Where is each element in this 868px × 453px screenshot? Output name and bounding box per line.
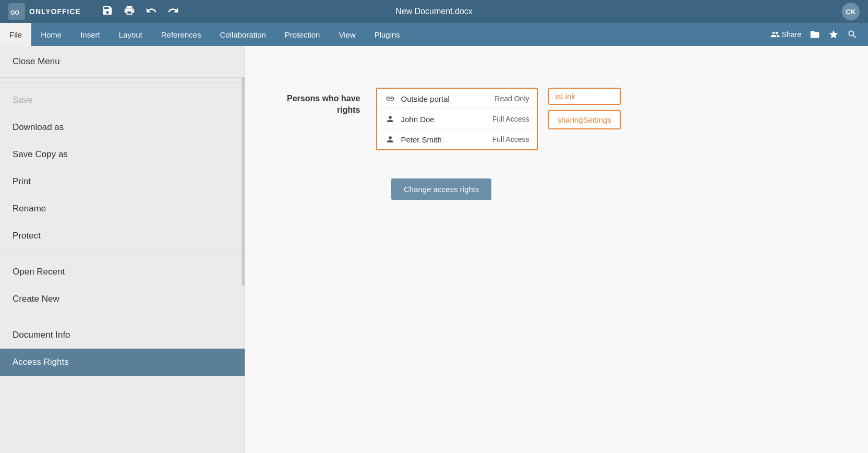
title-bar-actions — [102, 5, 179, 19]
menu-item-insert[interactable]: Insert — [71, 23, 110, 46]
divider-1 — [0, 82, 245, 82]
sharing-label: Persons who have rights — [287, 88, 360, 116]
star-icon — [828, 29, 839, 40]
menu-item-protection[interactable]: Protection — [275, 23, 330, 46]
sidebar-item-access-rights[interactable]: Access Rights — [0, 349, 245, 376]
svg-text:OO: OO — [10, 9, 20, 16]
search-icon — [847, 29, 858, 40]
sidebar-item-print[interactable]: Print — [0, 168, 245, 195]
title-bar-right: CK — [842, 3, 860, 20]
john-doe-name: John Doe — [401, 115, 477, 124]
menu-item-collaboration[interactable]: Collaboration — [210, 23, 275, 46]
sidebar-item-document-info[interactable]: Document Info — [0, 321, 245, 349]
peter-smith-avatar-icon — [384, 135, 396, 144]
john-doe-avatar-icon — [384, 114, 396, 124]
search-button[interactable] — [847, 29, 858, 40]
menu-item-home[interactable]: Home — [31, 23, 71, 46]
sharing-table-wrapper: Outside portal Read Only John Doe Full A… — [376, 88, 621, 150]
document-title: New Document.docx — [395, 7, 473, 16]
print-icon — [124, 5, 135, 16]
print-button[interactable] — [124, 5, 135, 19]
user-avatar[interactable]: CK — [842, 3, 860, 20]
is-link-badge[interactable]: isLink — [548, 88, 621, 105]
sharing-row-peter-smith: Peter Smith Full Access — [377, 129, 537, 149]
logo-area: OO ONLYOFFICE — [8, 3, 81, 20]
sharing-settings-badge[interactable]: sharingSettings — [548, 110, 621, 129]
person-svg-icon-1 — [385, 114, 395, 124]
redo-button[interactable] — [167, 5, 179, 19]
sidebar-item-create-new[interactable]: Create New — [0, 285, 245, 313]
menu-bar-right: Share — [770, 29, 868, 40]
menu-item-references[interactable]: References — [152, 23, 211, 46]
badges-column: isLink sharingSettings — [548, 88, 621, 129]
link-svg-icon — [385, 94, 395, 103]
outside-portal-name: Outside portal — [401, 94, 479, 103]
menu-item-layout[interactable]: Layout — [110, 23, 152, 46]
menu-item-view[interactable]: View — [329, 23, 365, 46]
share-label: Share — [782, 30, 801, 39]
sidebar-item-save: Save — [0, 87, 245, 114]
sharing-section: Persons who have rights Outside portal R… — [287, 88, 826, 150]
john-doe-access: Full Access — [492, 115, 529, 123]
sidebar-item-save-copy-as[interactable]: Save Copy as — [0, 141, 245, 168]
link-icon — [384, 94, 396, 103]
sidebar-item-download-as[interactable]: Download as — [0, 114, 245, 141]
redo-icon — [167, 5, 179, 16]
main-content: Close Menu Save Download as Save Copy as… — [0, 46, 868, 453]
sidebar-item-protect[interactable]: Protect — [0, 222, 245, 249]
undo-button[interactable] — [146, 5, 157, 19]
peter-smith-access: Full Access — [492, 135, 529, 144]
share-icon — [770, 30, 780, 39]
sidebar-item-rename[interactable]: Rename — [0, 195, 245, 222]
sharing-label-line1: Persons who have — [287, 94, 360, 103]
menu-item-file[interactable]: File — [0, 23, 31, 46]
person-svg-icon-2 — [385, 135, 395, 144]
title-bar: OO ONLYOFFICE New Document.docx CK — [0, 0, 868, 23]
sidebar: Close Menu Save Download as Save Copy as… — [0, 46, 245, 453]
sharing-row-outside-portal: Outside portal Read Only — [377, 89, 537, 109]
share-button[interactable]: Share — [770, 30, 801, 39]
save-icon — [102, 5, 113, 16]
change-access-area: Change access rights — [391, 166, 826, 200]
sidebar-scrollbar[interactable] — [242, 77, 245, 286]
sharing-label-line2: rights — [337, 105, 360, 114]
content-panel: Persons who have rights Outside portal R… — [245, 46, 868, 453]
menu-item-plugins[interactable]: Plugins — [365, 23, 409, 46]
sidebar-item-open-recent[interactable]: Open Recent — [0, 258, 245, 285]
folder-icon-btn[interactable] — [810, 29, 820, 40]
close-menu-item[interactable]: Close Menu — [0, 46, 245, 78]
sharing-table: Outside portal Read Only John Doe Full A… — [376, 88, 538, 150]
folder-icon — [810, 29, 820, 40]
onlyoffice-logo-icon: OO — [8, 3, 25, 20]
sharing-row-john-doe: John Doe Full Access — [377, 109, 537, 129]
divider-2 — [0, 254, 245, 254]
save-button[interactable] — [102, 5, 113, 19]
divider-3 — [0, 317, 245, 317]
logo-text: ONLYOFFICE — [29, 7, 81, 16]
outside-portal-access: Read Only — [495, 94, 529, 103]
menu-bar: File Home Insert Layout References Colla… — [0, 23, 868, 46]
star-button[interactable] — [828, 29, 839, 40]
peter-smith-name: Peter Smith — [401, 135, 477, 144]
change-access-rights-button[interactable]: Change access rights — [391, 178, 491, 200]
undo-icon — [146, 5, 157, 16]
